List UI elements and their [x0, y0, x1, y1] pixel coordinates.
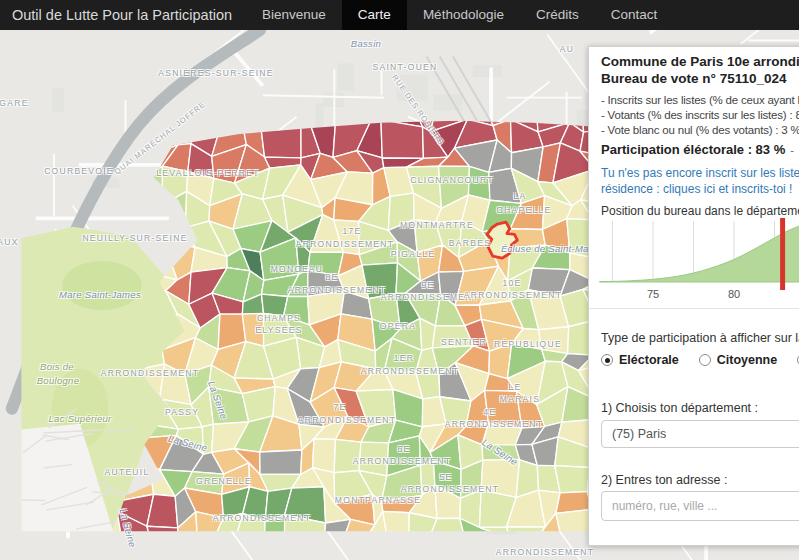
bureau-title: Bureau de vote n° 75110_024 — [601, 70, 799, 87]
map-cell[interactable] — [513, 535, 539, 560]
nav-menu: BienvenueCarteMéthodologieCréditsContact — [246, 0, 673, 30]
map-cell[interactable] — [465, 533, 498, 560]
stat-votants: - Votants (% des inscrits sur les listes… — [601, 108, 799, 123]
map-cell[interactable] — [364, 533, 387, 560]
map-cell[interactable] — [590, 545, 616, 560]
participation-line: Participation éléctorale : 83 % - ? — [601, 141, 799, 158]
map-cell[interactable] — [172, 540, 198, 560]
info-panel: Commune de Paris 10e arrondissement Bure… — [588, 46, 799, 546]
radio-citoyenne[interactable]: Citoyenne — [699, 353, 777, 367]
svg-text:75: 75 — [647, 288, 659, 300]
signup-link[interactable]: Tu n'es pas encore inscrit sur les liste… — [601, 165, 799, 197]
dept-label: 1) Choisis ton département : — [601, 401, 758, 415]
department-select[interactable]: (75) Paris — [601, 420, 799, 448]
type-label: Type de participation à afficher sur la … — [601, 331, 799, 345]
map-cell[interactable] — [90, 535, 122, 560]
address-input[interactable] — [601, 491, 799, 521]
participation-value: Participation éléctorale : 83 % — [601, 142, 785, 157]
participation-type-radios: EléctoraleCitoyenneFinale — [601, 353, 799, 367]
map-cell[interactable] — [482, 445, 520, 460]
nav-item-mthodologie[interactable]: Méthodologie — [407, 0, 520, 30]
address-label: 2) Entres ton adresse : — [601, 473, 727, 487]
map-cell[interactable] — [262, 551, 289, 560]
stat-blanc-nul: - Vote blanc ou nul (% des votants) : 3 … — [601, 123, 799, 138]
nav-item-contact[interactable]: Contact — [595, 0, 674, 30]
nav-item-carte[interactable]: Carte — [342, 0, 407, 30]
stat-inscrits: - Inscrits sur les listes (% de ceux aya… — [601, 93, 799, 108]
map-cell[interactable] — [409, 535, 432, 560]
radio-label: Citoyenne — [717, 353, 777, 367]
map-cell[interactable] — [431, 535, 468, 560]
divider — [589, 308, 799, 309]
map-cell[interactable] — [260, 450, 302, 474]
map-cell[interactable] — [555, 466, 590, 493]
distribution-chart: 7580 — [589, 213, 799, 305]
nav-item-bienvenue[interactable]: Bienvenue — [246, 0, 342, 30]
radio-dot[interactable] — [699, 354, 711, 366]
bureau-header: Commune de Paris 10e arrondissement Bure… — [601, 53, 799, 87]
map-cell[interactable] — [381, 120, 423, 159]
map-cell[interactable] — [147, 526, 178, 551]
map-cell[interactable] — [531, 535, 562, 560]
map-cell[interactable] — [362, 263, 397, 299]
separator: - — [790, 144, 794, 156]
map-cell[interactable] — [264, 515, 285, 551]
map-cell[interactable] — [384, 533, 415, 560]
map-cell[interactable] — [285, 550, 324, 560]
map-cell[interactable] — [507, 527, 546, 548]
map-cell[interactable] — [485, 390, 522, 428]
bureau-stats: - Inscrits sur les listes (% de ceux aya… — [601, 93, 799, 138]
map-cell[interactable] — [496, 533, 514, 560]
map-cell[interactable] — [556, 509, 592, 551]
commune-title: Commune de Paris 10e arrondissement — [601, 53, 799, 70]
radio-label: Eléctorale — [619, 353, 679, 367]
svg-text:80: 80 — [728, 288, 740, 300]
map-cell[interactable] — [188, 545, 215, 560]
app-title: Outil de Lutte Pour la Participation — [0, 0, 246, 30]
radio-dot[interactable] — [601, 354, 613, 366]
navbar: Outil de Lutte Pour la Participation Bie… — [0, 0, 799, 30]
map-cell[interactable] — [111, 535, 154, 560]
radio-eléctorale[interactable]: Eléctorale — [601, 353, 679, 367]
nav-item-crdits[interactable]: Crédits — [520, 0, 595, 30]
map-cell[interactable] — [334, 439, 361, 472]
map-cell[interactable] — [383, 511, 409, 537]
map-cell[interactable] — [209, 539, 240, 560]
map-cell[interactable] — [154, 540, 177, 560]
map-cell[interactable] — [313, 439, 336, 473]
